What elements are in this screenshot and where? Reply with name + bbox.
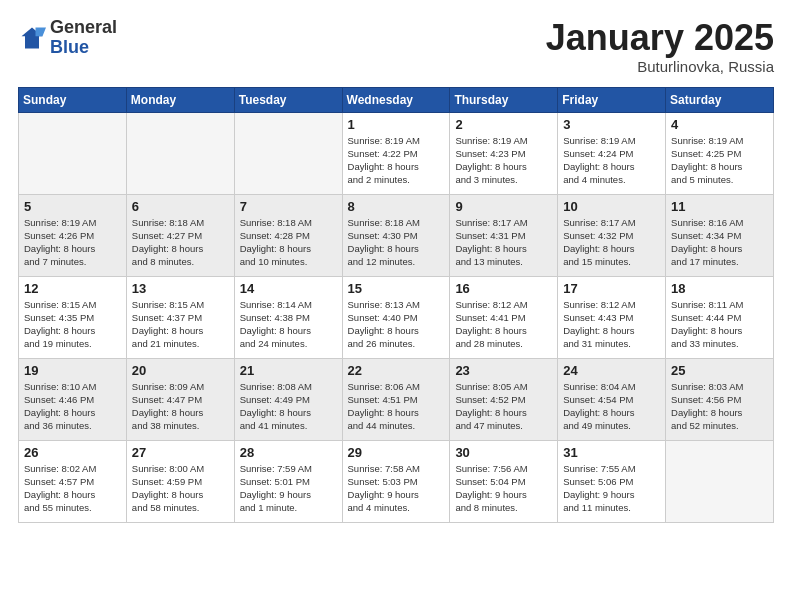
day-info: Sunrise: 8:09 AM Sunset: 4:47 PM Dayligh… xyxy=(132,380,229,433)
day-info: Sunrise: 8:02 AM Sunset: 4:57 PM Dayligh… xyxy=(24,462,121,515)
col-sunday: Sunday xyxy=(19,87,127,112)
table-row: 10Sunrise: 8:17 AM Sunset: 4:32 PM Dayli… xyxy=(558,194,666,276)
table-row: 17Sunrise: 8:12 AM Sunset: 4:43 PM Dayli… xyxy=(558,276,666,358)
table-row: 8Sunrise: 8:18 AM Sunset: 4:30 PM Daylig… xyxy=(342,194,450,276)
table-row: 28Sunrise: 7:59 AM Sunset: 5:01 PM Dayli… xyxy=(234,440,342,522)
table-row: 13Sunrise: 8:15 AM Sunset: 4:37 PM Dayli… xyxy=(126,276,234,358)
calendar-week-row: 26Sunrise: 8:02 AM Sunset: 4:57 PM Dayli… xyxy=(19,440,774,522)
day-number: 5 xyxy=(24,199,121,214)
day-number: 18 xyxy=(671,281,768,296)
table-row: 16Sunrise: 8:12 AM Sunset: 4:41 PM Dayli… xyxy=(450,276,558,358)
day-info: Sunrise: 8:15 AM Sunset: 4:37 PM Dayligh… xyxy=(132,298,229,351)
table-row: 20Sunrise: 8:09 AM Sunset: 4:47 PM Dayli… xyxy=(126,358,234,440)
logo-icon xyxy=(18,24,46,52)
table-row: 25Sunrise: 8:03 AM Sunset: 4:56 PM Dayli… xyxy=(666,358,774,440)
day-number: 20 xyxy=(132,363,229,378)
day-info: Sunrise: 8:03 AM Sunset: 4:56 PM Dayligh… xyxy=(671,380,768,433)
logo-general-label: General xyxy=(50,18,117,38)
table-row: 12Sunrise: 8:15 AM Sunset: 4:35 PM Dayli… xyxy=(19,276,127,358)
day-number: 2 xyxy=(455,117,552,132)
calendar-week-row: 5Sunrise: 8:19 AM Sunset: 4:26 PM Daylig… xyxy=(19,194,774,276)
day-info: Sunrise: 8:00 AM Sunset: 4:59 PM Dayligh… xyxy=(132,462,229,515)
day-number: 29 xyxy=(348,445,445,460)
day-info: Sunrise: 8:19 AM Sunset: 4:24 PM Dayligh… xyxy=(563,134,660,187)
day-number: 6 xyxy=(132,199,229,214)
day-number: 1 xyxy=(348,117,445,132)
day-info: Sunrise: 8:08 AM Sunset: 4:49 PM Dayligh… xyxy=(240,380,337,433)
day-info: Sunrise: 8:12 AM Sunset: 4:41 PM Dayligh… xyxy=(455,298,552,351)
day-info: Sunrise: 8:06 AM Sunset: 4:51 PM Dayligh… xyxy=(348,380,445,433)
day-info: Sunrise: 8:15 AM Sunset: 4:35 PM Dayligh… xyxy=(24,298,121,351)
day-number: 19 xyxy=(24,363,121,378)
day-number: 16 xyxy=(455,281,552,296)
table-row: 19Sunrise: 8:10 AM Sunset: 4:46 PM Dayli… xyxy=(19,358,127,440)
day-info: Sunrise: 8:10 AM Sunset: 4:46 PM Dayligh… xyxy=(24,380,121,433)
month-title: January 2025 xyxy=(546,18,774,58)
day-info: Sunrise: 8:16 AM Sunset: 4:34 PM Dayligh… xyxy=(671,216,768,269)
day-number: 30 xyxy=(455,445,552,460)
day-number: 12 xyxy=(24,281,121,296)
day-number: 14 xyxy=(240,281,337,296)
table-row: 18Sunrise: 8:11 AM Sunset: 4:44 PM Dayli… xyxy=(666,276,774,358)
table-row xyxy=(126,112,234,194)
day-info: Sunrise: 8:18 AM Sunset: 4:30 PM Dayligh… xyxy=(348,216,445,269)
table-row: 9Sunrise: 8:17 AM Sunset: 4:31 PM Daylig… xyxy=(450,194,558,276)
table-row xyxy=(234,112,342,194)
table-row: 14Sunrise: 8:14 AM Sunset: 4:38 PM Dayli… xyxy=(234,276,342,358)
day-number: 8 xyxy=(348,199,445,214)
calendar-header-row: Sunday Monday Tuesday Wednesday Thursday… xyxy=(19,87,774,112)
day-number: 9 xyxy=(455,199,552,214)
table-row: 1Sunrise: 8:19 AM Sunset: 4:22 PM Daylig… xyxy=(342,112,450,194)
day-info: Sunrise: 8:17 AM Sunset: 4:32 PM Dayligh… xyxy=(563,216,660,269)
day-number: 17 xyxy=(563,281,660,296)
table-row: 3Sunrise: 8:19 AM Sunset: 4:24 PM Daylig… xyxy=(558,112,666,194)
day-info: Sunrise: 7:56 AM Sunset: 5:04 PM Dayligh… xyxy=(455,462,552,515)
day-number: 27 xyxy=(132,445,229,460)
table-row: 24Sunrise: 8:04 AM Sunset: 4:54 PM Dayli… xyxy=(558,358,666,440)
location: Buturlinovka, Russia xyxy=(546,58,774,75)
day-info: Sunrise: 8:19 AM Sunset: 4:25 PM Dayligh… xyxy=(671,134,768,187)
calendar-table: Sunday Monday Tuesday Wednesday Thursday… xyxy=(18,87,774,523)
page: General Blue January 2025 Buturlinovka, … xyxy=(0,0,792,533)
day-number: 4 xyxy=(671,117,768,132)
day-number: 10 xyxy=(563,199,660,214)
day-number: 28 xyxy=(240,445,337,460)
day-number: 15 xyxy=(348,281,445,296)
day-number: 21 xyxy=(240,363,337,378)
day-info: Sunrise: 8:19 AM Sunset: 4:26 PM Dayligh… xyxy=(24,216,121,269)
table-row: 15Sunrise: 8:13 AM Sunset: 4:40 PM Dayli… xyxy=(342,276,450,358)
col-tuesday: Tuesday xyxy=(234,87,342,112)
day-number: 7 xyxy=(240,199,337,214)
col-saturday: Saturday xyxy=(666,87,774,112)
calendar-week-row: 19Sunrise: 8:10 AM Sunset: 4:46 PM Dayli… xyxy=(19,358,774,440)
table-row: 22Sunrise: 8:06 AM Sunset: 4:51 PM Dayli… xyxy=(342,358,450,440)
table-row xyxy=(19,112,127,194)
day-number: 24 xyxy=(563,363,660,378)
day-info: Sunrise: 8:14 AM Sunset: 4:38 PM Dayligh… xyxy=(240,298,337,351)
table-row: 4Sunrise: 8:19 AM Sunset: 4:25 PM Daylig… xyxy=(666,112,774,194)
day-info: Sunrise: 8:04 AM Sunset: 4:54 PM Dayligh… xyxy=(563,380,660,433)
table-row: 5Sunrise: 8:19 AM Sunset: 4:26 PM Daylig… xyxy=(19,194,127,276)
day-info: Sunrise: 7:55 AM Sunset: 5:06 PM Dayligh… xyxy=(563,462,660,515)
day-info: Sunrise: 8:19 AM Sunset: 4:23 PM Dayligh… xyxy=(455,134,552,187)
day-number: 23 xyxy=(455,363,552,378)
table-row: 11Sunrise: 8:16 AM Sunset: 4:34 PM Dayli… xyxy=(666,194,774,276)
day-info: Sunrise: 8:12 AM Sunset: 4:43 PM Dayligh… xyxy=(563,298,660,351)
day-number: 3 xyxy=(563,117,660,132)
day-number: 25 xyxy=(671,363,768,378)
header: General Blue January 2025 Buturlinovka, … xyxy=(18,18,774,75)
table-row: 27Sunrise: 8:00 AM Sunset: 4:59 PM Dayli… xyxy=(126,440,234,522)
table-row: 29Sunrise: 7:58 AM Sunset: 5:03 PM Dayli… xyxy=(342,440,450,522)
day-info: Sunrise: 8:19 AM Sunset: 4:22 PM Dayligh… xyxy=(348,134,445,187)
table-row: 7Sunrise: 8:18 AM Sunset: 4:28 PM Daylig… xyxy=(234,194,342,276)
calendar-week-row: 1Sunrise: 8:19 AM Sunset: 4:22 PM Daylig… xyxy=(19,112,774,194)
day-number: 22 xyxy=(348,363,445,378)
svg-marker-1 xyxy=(36,27,47,36)
logo-blue-label: Blue xyxy=(50,38,117,58)
day-number: 13 xyxy=(132,281,229,296)
col-monday: Monday xyxy=(126,87,234,112)
day-info: Sunrise: 7:59 AM Sunset: 5:01 PM Dayligh… xyxy=(240,462,337,515)
day-info: Sunrise: 8:18 AM Sunset: 4:28 PM Dayligh… xyxy=(240,216,337,269)
col-wednesday: Wednesday xyxy=(342,87,450,112)
day-number: 26 xyxy=(24,445,121,460)
